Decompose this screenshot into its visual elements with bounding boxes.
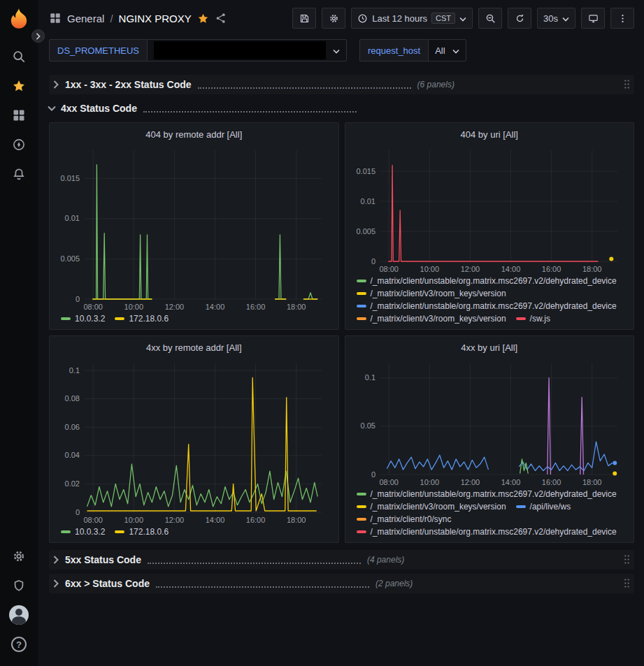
save-dashboard-button[interactable]	[292, 8, 316, 29]
svg-text:10:00: 10:00	[124, 516, 144, 524]
legend-item[interactable]: /_matrix/client/unstable/org.matrix.msc2…	[357, 527, 617, 537]
share-button[interactable]	[215, 12, 227, 24]
timeseries-chart[interactable]: 00.0050.010.01508:0010:0012:0014:0016:00…	[352, 143, 627, 274]
timezone-badge: CST	[431, 13, 455, 24]
legend-item[interactable]: /api/live/ws	[516, 502, 571, 512]
legend-item[interactable]: 172.18.0.6	[115, 527, 169, 537]
user-profile-button[interactable]	[3, 600, 34, 630]
legend-item[interactable]: /_matrix/client/unstable/org.matrix.msc2…	[357, 489, 617, 499]
dashboard-body: 1xx - 3xx - 2xx Status Code (6 panels) 4…	[38, 68, 644, 666]
svg-text:0: 0	[371, 257, 375, 266]
legend-item[interactable]: /_matrix/client/v3/room_keys/version	[357, 289, 506, 298]
legend-series-marker	[357, 292, 366, 295]
request-host-value: All	[435, 45, 445, 56]
svg-text:08:00: 08:00	[83, 303, 103, 311]
chevron-down-icon	[459, 13, 466, 24]
kebab-menu-button[interactable]	[610, 8, 634, 29]
request-host-select[interactable]: All	[428, 39, 466, 61]
timeseries-chart[interactable]: 00.020.040.060.080.108:0010:0012:0014:00…	[57, 356, 331, 525]
search-icon-button[interactable]	[3, 42, 34, 71]
help-button[interactable]: ?	[3, 630, 34, 659]
sidebar-item-server-admin[interactable]	[3, 571, 34, 600]
svg-text:12:00: 12:00	[460, 478, 480, 486]
panel-title[interactable]: 404 by uri [All]	[352, 126, 627, 143]
svg-text:18:00: 18:00	[287, 303, 306, 311]
redacted-value	[154, 41, 326, 59]
svg-text:0.02: 0.02	[65, 479, 80, 488]
variable-label-request-host[interactable]: request_host	[359, 39, 429, 61]
sidebar-bottom-nav: ?	[3, 542, 34, 659]
shield-icon	[12, 579, 26, 593]
refresh-interval-label: 30s	[543, 13, 558, 24]
zoom-out-icon	[485, 13, 496, 24]
dashboard-settings-button[interactable]	[322, 8, 345, 29]
legend-item[interactable]: 172.18.0.6	[115, 314, 169, 324]
legend-series-marker	[115, 530, 124, 533]
row-4xx[interactable]: 4xx Status Code	[49, 99, 634, 118]
legend-series-label: /_matrix/client/unstable/org.matrix.msc2…	[371, 489, 617, 499]
gear-icon	[329, 13, 339, 24]
chart-legend: 10.0.3.2172.18.0.6	[57, 312, 331, 324]
sidebar-expand-button[interactable]	[31, 29, 45, 43]
row-title: 6xx > Status Code	[65, 578, 150, 589]
svg-text:12:00: 12:00	[165, 303, 185, 311]
navbar-actions: Last 12 hours CST	[292, 8, 634, 29]
legend-series-marker	[357, 305, 366, 307]
legend-series-label: /_matrix/client/v3/room_keys/version	[371, 502, 506, 512]
sidebar-item-starred[interactable]	[3, 71, 34, 101]
legend-item[interactable]: /_matrix/client/unstable/org.matrix.msc2…	[357, 276, 617, 286]
avatar	[9, 605, 29, 625]
svg-text:08:00: 08:00	[83, 516, 103, 524]
refresh-icon	[515, 13, 525, 24]
legend-item[interactable]: /_matrix/client/unstable/org.matrix.msc2…	[357, 301, 617, 311]
dashboard-title[interactable]: NGINX PROXY	[119, 13, 192, 24]
refresh-button[interactable]	[508, 8, 531, 29]
sidebar-item-alerting[interactable]	[3, 159, 34, 189]
legend-item[interactable]: 10.0.3.2	[61, 527, 105, 537]
drag-handle[interactable]	[624, 578, 630, 589]
legend-series-label: 10.0.3.2	[75, 314, 105, 324]
top-navbar: General / NGINX PROXY	[38, 0, 644, 36]
row-5xx[interactable]: 5xx Status Code (4 panels)	[49, 550, 634, 570]
refresh-interval-dropdown[interactable]: 30s	[537, 8, 575, 29]
grafana-logo[interactable]	[7, 7, 31, 31]
legend-item[interactable]: /sw.js	[516, 314, 550, 324]
datasource-select[interactable]	[147, 39, 347, 61]
legend-series-label: /_matrix/client/unstable/org.matrix.msc2…	[371, 527, 617, 537]
tv-mode-button[interactable]	[581, 8, 605, 29]
sidebar-item-explore[interactable]	[3, 130, 34, 159]
panel-4xx-by-uri: 4xx by uri [All] 00.050.108:0010:0012:00…	[345, 335, 635, 543]
variable-label-ds-prometheus[interactable]: DS_PROMETHEUS	[49, 39, 148, 61]
svg-text:0: 0	[371, 470, 375, 479]
row-6xx[interactable]: 6xx > Status Code (2 panels)	[49, 574, 634, 593]
panel-title[interactable]: 4xx by uri [All]	[352, 340, 627, 356]
drag-handle[interactable]	[624, 79, 630, 90]
legend-item[interactable]: 10.0.3.2	[61, 314, 105, 324]
sidebar-item-configuration[interactable]	[3, 542, 34, 571]
legend-item[interactable]: /_matrix/client/r0/sync	[357, 514, 452, 524]
svg-text:10:00: 10:00	[420, 478, 439, 486]
breadcrumb-section[interactable]: General	[67, 13, 104, 24]
drag-handle[interactable]	[624, 554, 630, 565]
time-range-label: Last 12 hours	[372, 13, 427, 24]
favorite-star-button[interactable]	[197, 13, 209, 24]
timeseries-chart[interactable]: 00.050.108:0010:0012:0014:0016:0018:00	[352, 356, 627, 487]
legend-series-marker	[357, 505, 366, 508]
star-icon	[12, 79, 26, 93]
svg-text:0.1: 0.1	[364, 373, 375, 382]
svg-text:0.015: 0.015	[356, 167, 375, 175]
legend-series-label: /_matrix/client/r0/sync	[371, 514, 452, 524]
legend-item[interactable]: /_matrix/client/v3/room_keys/version	[357, 314, 506, 324]
zoom-out-button[interactable]	[478, 8, 502, 29]
apps-grid-icon	[49, 12, 62, 24]
sidebar-item-dashboards[interactable]	[3, 101, 34, 130]
legend-item[interactable]: /_matrix/client/v3/room_keys/version	[357, 502, 506, 512]
svg-text:16:00: 16:00	[246, 303, 266, 311]
timeseries-chart[interactable]: 00.0050.010.01508:0010:0012:0014:0016:00…	[57, 143, 331, 312]
svg-text:0.05: 0.05	[360, 421, 375, 430]
panel-title[interactable]: 4xx by remote addr [All]	[57, 340, 331, 356]
row-panel-count: (4 panels)	[367, 555, 404, 565]
row-1xx-3xx-2xx[interactable]: 1xx - 3xx - 2xx Status Code (6 panels)	[49, 75, 634, 94]
panel-title[interactable]: 404 by remote addr [All]	[57, 126, 331, 143]
time-range-picker[interactable]: Last 12 hours CST	[351, 8, 473, 29]
